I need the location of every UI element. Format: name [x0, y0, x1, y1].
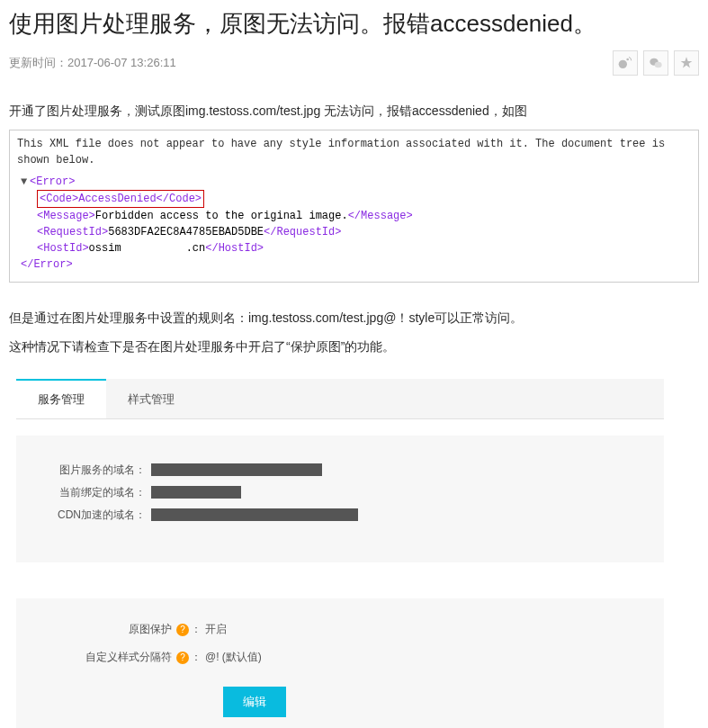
redacted-value: [151, 486, 241, 499]
wechat-icon[interactable]: [643, 50, 668, 76]
domain-panel: 图片服务的域名： 当前绑定的域名： CDN加速的域名：: [16, 436, 664, 562]
xml-message-close: </Message>: [348, 210, 413, 222]
value-separator: @! (默认值): [205, 650, 262, 665]
page-title: 使用图片处理服务，原图无法访问。报错accessdenied。: [9, 7, 699, 41]
update-time: 更新时间：2017-06-07 13:26:11: [9, 55, 176, 71]
xml-reqid-close: </RequestId>: [264, 226, 341, 238]
tab-service[interactable]: 服务管理: [16, 379, 106, 418]
xml-hostid-close: </HostId>: [205, 242, 264, 255]
xml-code-line: <Code>AccessDenied</Code>: [40, 193, 202, 205]
update-time-value: 2017-06-07 13:26:11: [67, 56, 176, 69]
paragraph-2: 但是通过在图片处理服务中设置的规则名：img.testoss.com/test.…: [9, 308, 699, 328]
value-protect: 开启: [205, 622, 227, 637]
label-bound-domain: 当前绑定的域名：: [43, 485, 151, 500]
xml-error-open: <Error>: [30, 175, 75, 188]
tab-style[interactable]: 样式管理: [106, 379, 196, 418]
xml-header: This XML file does not appear to have an…: [17, 136, 691, 168]
redacted-value: [151, 508, 358, 521]
row-protect: 原图保护 ?： 开启: [43, 622, 637, 637]
xml-reqid-text: 5683DFA2EC8A4785EBAD5DBE: [108, 226, 264, 238]
paragraph-1: 开通了图片处理服务，测试原图img.testoss.com/test.jpg 无…: [9, 101, 699, 121]
edit-button[interactable]: 编辑: [223, 687, 286, 717]
label-cdn-domain: CDN加速的域名：: [43, 508, 151, 523]
redacted-value: [151, 463, 322, 476]
tree-toggle-icon[interactable]: ▼: [21, 174, 30, 190]
star-icon[interactable]: [674, 50, 699, 76]
tabs: 服务管理 样式管理: [16, 379, 664, 419]
xml-message-open: <Message>: [37, 210, 95, 222]
xml-error-block: This XML file does not appear to have an…: [9, 130, 699, 283]
protect-panel: 原图保护 ?： 开启 自定义样式分隔符 ?： @! (默认值) 编辑: [16, 598, 664, 728]
label-protect: 原图保护: [129, 623, 172, 635]
help-icon[interactable]: ?: [176, 652, 189, 664]
help-icon[interactable]: ?: [176, 624, 189, 636]
xml-message-text: Forbidden access to the original image.: [95, 210, 348, 222]
share-icons: [613, 50, 699, 76]
settings-panel: 服务管理 样式管理 图片服务的域名： 当前绑定的域名： CDN加速的域名： 原图…: [16, 379, 664, 728]
xml-hostid-open: <HostId>: [37, 242, 89, 255]
svg-point-0: [619, 59, 627, 67]
xml-error-close: </Error>: [21, 258, 73, 271]
colon: ：: [191, 651, 202, 663]
xml-reqid-open: <RequestId>: [37, 226, 108, 238]
xml-tree: ▼<Error> <Code>AccessDenied</Code> <Mess…: [17, 174, 691, 273]
row-cdn-domain: CDN加速的域名：: [43, 508, 637, 523]
row-separator: 自定义样式分隔符 ?： @! (默认值): [43, 650, 637, 665]
label-image-domain: 图片服务的域名：: [43, 463, 151, 478]
xml-code-highlight: <Code>AccessDenied</Code>: [37, 190, 204, 208]
label-separator: 自定义样式分隔符: [85, 651, 172, 663]
paragraph-3: 这种情况下请检查下是否在图片处理服务中开启了“保护原图”的功能。: [9, 337, 699, 356]
meta-row: 更新时间：2017-06-07 13:26:11: [9, 50, 699, 76]
update-label: 更新时间：: [9, 56, 67, 69]
row-image-domain: 图片服务的域名：: [43, 463, 637, 478]
svg-point-1: [626, 58, 629, 60]
svg-point-3: [655, 61, 662, 67]
colon: ：: [191, 623, 202, 635]
weibo-icon[interactable]: [613, 50, 638, 76]
row-bound-domain: 当前绑定的域名：: [43, 485, 637, 500]
xml-hostid-text: ossim .cn: [89, 242, 206, 255]
